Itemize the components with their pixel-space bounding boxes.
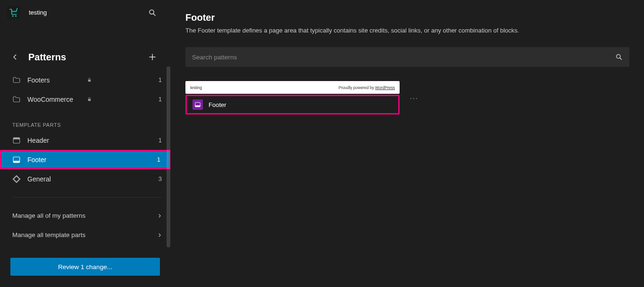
search-patterns-bar[interactable] — [185, 47, 629, 67]
category-woocommerce[interactable]: WooCommerce 1 — [8, 90, 167, 109]
category-label: WooCommerce — [27, 96, 80, 103]
pattern-card-label: Footer — [209, 101, 226, 108]
plus-icon — [148, 53, 157, 61]
pattern-preview: testing Proudly powered by WordPress — [185, 81, 400, 94]
manage-template-parts-link[interactable]: Manage all template parts — [8, 225, 167, 245]
category-label: Footers — [27, 76, 80, 84]
template-part-label: Footer — [27, 156, 151, 164]
review-changes-button[interactable]: Review 1 change... — [10, 258, 160, 276]
search-icon — [148, 8, 157, 17]
template-part-count: 1 — [159, 137, 162, 144]
template-part-count: 3 — [159, 175, 162, 182]
add-pattern-button[interactable] — [144, 49, 161, 66]
manage-template-parts-label: Manage all template parts — [12, 231, 85, 238]
sidebar-scroll[interactable]: Footers 1 WooCommerce 1 TEMPLATE PARTS — [0, 70, 170, 246]
preview-site-title: testing — [190, 85, 202, 90]
search-icon — [615, 53, 623, 61]
chevron-left-icon — [12, 54, 18, 60]
preview-wordpress-link: WordPress — [375, 85, 395, 90]
svg-rect-17 — [195, 106, 201, 107]
sidebar: testing Patterns Footers 1 — [0, 0, 170, 287]
back-button[interactable] — [8, 49, 23, 65]
site-title: testing — [29, 9, 135, 16]
preview-powered-by: Proudly powered by WordPress — [339, 85, 395, 90]
folder-icon — [12, 76, 21, 84]
pattern-card-footer[interactable]: Footer — [185, 95, 400, 115]
svg-rect-6 — [88, 80, 91, 82]
sidebar-heading: Patterns — [28, 52, 144, 63]
svg-rect-7 — [88, 99, 91, 101]
footer-layout-icon — [192, 99, 203, 110]
lock-icon — [87, 76, 92, 84]
sidebar-heading-row: Patterns — [0, 44, 170, 70]
footer-layout-icon — [12, 156, 21, 164]
manage-patterns-label: Manage all of my patterns — [12, 212, 85, 219]
header-layout-icon — [12, 136, 21, 145]
template-part-count: 1 — [157, 156, 160, 163]
svg-rect-9 — [13, 138, 20, 139]
folder-icon — [12, 95, 21, 104]
svg-point-1 — [15, 15, 17, 16]
template-part-label: Header — [27, 137, 152, 144]
sidebar-footer: Review 1 change... — [0, 246, 170, 287]
category-count: 1 — [159, 96, 162, 103]
search-patterns-input[interactable] — [192, 54, 615, 61]
category-count: 1 — [159, 76, 162, 83]
lock-icon — [87, 95, 92, 104]
page-title: Footer — [185, 12, 629, 23]
template-part-general[interactable]: General 3 — [8, 169, 167, 189]
template-part-header[interactable]: Header 1 — [8, 131, 167, 150]
sidebar-divider — [12, 197, 162, 197]
chevron-right-icon — [157, 212, 162, 220]
template-parts-section-label: TEMPLATE PARTS — [8, 109, 167, 131]
page-description: The Footer template defines a page area … — [185, 27, 629, 34]
main-content: Footer The Footer template defines a pag… — [170, 0, 644, 287]
svg-line-15 — [620, 58, 621, 59]
chevron-right-icon — [157, 231, 162, 239]
pattern-card-actions-button[interactable]: ··· — [410, 94, 418, 102]
svg-point-0 — [12, 15, 14, 16]
commerce-icon — [8, 8, 19, 18]
command-search-button[interactable] — [144, 4, 161, 21]
category-footers[interactable]: Footers 1 — [8, 70, 167, 90]
scrollbar-thumb[interactable] — [167, 66, 170, 247]
svg-point-2 — [150, 10, 154, 14]
svg-point-14 — [617, 55, 620, 58]
pattern-card-row: testing Proudly powered by WordPress Foo… — [185, 81, 407, 115]
site-logo[interactable] — [7, 6, 20, 19]
svg-rect-11 — [13, 161, 20, 163]
manage-patterns-link[interactable]: Manage all of my patterns — [8, 206, 167, 225]
general-layout-icon — [12, 175, 21, 183]
sidebar-topbar: testing — [0, 0, 170, 25]
pattern-card[interactable]: testing Proudly powered by WordPress Foo… — [185, 81, 400, 115]
template-part-footer[interactable]: Footer 1 — [0, 150, 170, 169]
svg-line-3 — [153, 14, 155, 16]
template-part-label: General — [27, 175, 152, 183]
